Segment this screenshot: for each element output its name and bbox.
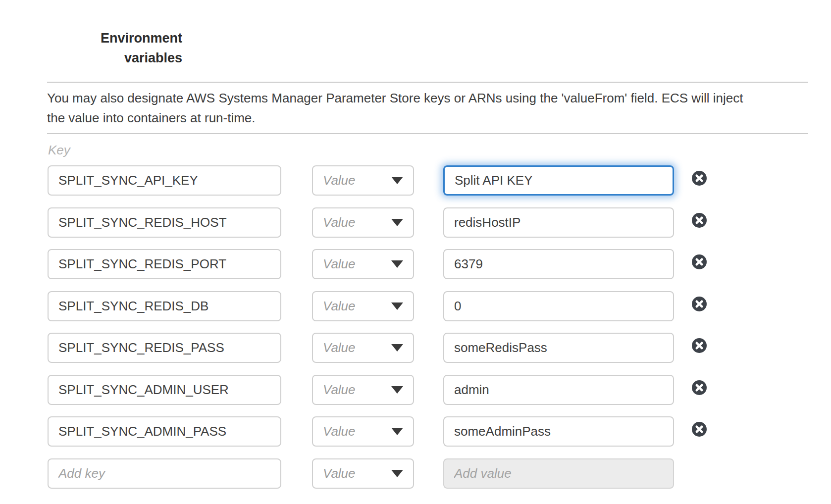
value-type-dropdown[interactable]: Value	[312, 333, 414, 363]
env-value-input[interactable]	[443, 207, 674, 238]
close-icon	[692, 297, 707, 311]
add-value-input[interactable]	[443, 458, 674, 489]
value-type-label: Value	[323, 424, 356, 439]
env-value-input[interactable]	[443, 375, 674, 405]
remove-row-button[interactable]	[692, 254, 707, 269]
env-var-row: Value	[0, 416, 831, 447]
remove-row-button[interactable]	[692, 297, 707, 311]
close-icon	[692, 254, 707, 269]
description-line-1: You may also designate AWS Systems Manag…	[47, 88, 775, 108]
value-type-dropdown[interactable]: Value	[312, 458, 414, 489]
remove-row-button[interactable]	[692, 380, 707, 395]
chevron-down-icon	[391, 219, 403, 226]
chevron-down-icon	[391, 386, 403, 394]
add-key-input[interactable]	[48, 458, 281, 489]
env-value-input[interactable]	[443, 416, 674, 447]
close-icon	[692, 422, 707, 437]
env-key-input[interactable]	[48, 416, 281, 447]
value-type-label: Value	[323, 299, 356, 314]
env-key-input[interactable]	[48, 333, 281, 363]
chevron-down-icon	[391, 428, 403, 435]
section-description: You may also designate AWS Systems Manag…	[47, 88, 775, 128]
add-env-var-row: Value	[0, 458, 831, 489]
chevron-down-icon	[391, 260, 403, 268]
value-type-dropdown[interactable]: Value	[312, 207, 414, 238]
env-value-input[interactable]	[443, 249, 674, 279]
env-key-input[interactable]	[48, 249, 281, 279]
value-type-label: Value	[323, 173, 356, 188]
env-var-row: Value	[0, 291, 831, 321]
remove-row-button[interactable]	[692, 213, 707, 228]
env-key-input[interactable]	[48, 375, 281, 405]
divider-top	[47, 82, 808, 83]
env-key-input[interactable]	[48, 291, 281, 321]
divider-middle	[47, 133, 808, 134]
key-column-label: Key	[48, 143, 70, 157]
remove-row-button[interactable]	[692, 171, 707, 186]
value-type-label: Value	[323, 466, 356, 481]
env-value-input[interactable]	[443, 165, 674, 196]
value-type-label: Value	[323, 256, 356, 272]
env-key-input[interactable]	[48, 165, 281, 196]
chevron-down-icon	[391, 344, 403, 352]
env-value-input[interactable]	[443, 333, 674, 363]
value-type-dropdown[interactable]: Value	[312, 249, 414, 279]
close-icon	[692, 380, 707, 395]
env-key-input[interactable]	[48, 207, 281, 238]
remove-row-button[interactable]	[692, 338, 707, 353]
description-line-2: the value into containers at run-time.	[47, 108, 775, 128]
env-var-row: Value	[0, 165, 831, 196]
remove-row-button[interactable]	[692, 422, 707, 437]
close-icon	[692, 171, 707, 186]
section-title: Environment variables	[68, 28, 182, 68]
value-type-label: Value	[323, 215, 356, 230]
env-value-input[interactable]	[443, 291, 674, 321]
value-type-dropdown[interactable]: Value	[312, 165, 414, 196]
environment-variables-form: { "section": { "title": "Environment var…	[0, 0, 831, 504]
env-var-row: Value	[0, 207, 831, 238]
env-var-row: Value	[0, 375, 831, 405]
value-type-dropdown[interactable]: Value	[312, 375, 414, 405]
value-type-dropdown[interactable]: Value	[312, 416, 414, 447]
value-type-dropdown[interactable]: Value	[312, 291, 414, 321]
env-var-row: Value	[0, 249, 831, 279]
value-type-label: Value	[323, 382, 356, 398]
chevron-down-icon	[391, 177, 403, 184]
close-icon	[692, 213, 707, 228]
env-var-row: Value	[0, 333, 831, 363]
chevron-down-icon	[391, 302, 403, 310]
close-icon	[692, 338, 707, 353]
value-type-label: Value	[323, 340, 356, 355]
chevron-down-icon	[391, 470, 403, 477]
